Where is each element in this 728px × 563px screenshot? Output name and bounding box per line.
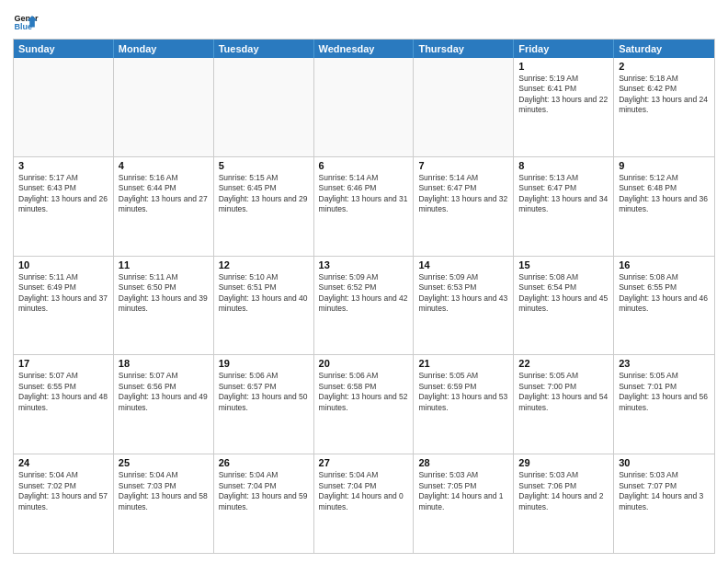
day-info: Sunrise: 5:08 AMSunset: 6:54 PMDaylight:… <box>518 272 609 315</box>
day-info: Sunrise: 5:17 AMSunset: 6:43 PMDaylight:… <box>18 173 108 215</box>
day-info: Sunrise: 5:18 AMSunset: 6:42 PMDaylight:… <box>619 74 710 116</box>
calendar-cell: 6Sunrise: 5:14 AMSunset: 6:46 PMDaylight… <box>314 157 415 256</box>
day-number: 28 <box>418 457 508 468</box>
day-info: Sunrise: 5:16 AMSunset: 6:44 PMDaylight:… <box>119 173 209 215</box>
calendar-cell: 26Sunrise: 5:04 AMSunset: 7:04 PMDayligh… <box>214 454 314 553</box>
day-info: Sunrise: 5:03 AMSunset: 7:07 PMDaylight:… <box>619 470 710 512</box>
weekday-header: Wednesday <box>314 40 415 58</box>
weekday-header: Tuesday <box>214 40 314 58</box>
logo: General Blue <box>13 9 39 35</box>
calendar-row: 10Sunrise: 5:11 AMSunset: 6:49 PMDayligh… <box>14 256 714 355</box>
day-info: Sunrise: 5:19 AMSunset: 6:41 PMDaylight:… <box>518 74 609 116</box>
calendar-cell: 9Sunrise: 5:12 AMSunset: 6:48 PMDaylight… <box>614 157 714 256</box>
day-number: 29 <box>518 457 609 468</box>
calendar-cell: 23Sunrise: 5:05 AMSunset: 7:01 PMDayligh… <box>614 355 714 454</box>
day-info: Sunrise: 5:08 AMSunset: 6:55 PMDaylight:… <box>619 272 710 315</box>
day-info: Sunrise: 5:12 AMSunset: 6:48 PMDaylight:… <box>619 173 710 215</box>
header: General Blue <box>13 9 715 35</box>
calendar-body: 1Sunrise: 5:19 AMSunset: 6:41 PMDaylight… <box>14 58 714 553</box>
svg-text:Blue: Blue <box>14 22 32 31</box>
day-info: Sunrise: 5:03 AMSunset: 7:05 PMDaylight:… <box>418 470 508 512</box>
day-number: 5 <box>219 160 309 171</box>
day-number: 21 <box>418 358 508 369</box>
day-number: 19 <box>219 358 309 369</box>
day-number: 16 <box>619 259 710 270</box>
day-info: Sunrise: 5:04 AMSunset: 7:02 PMDaylight:… <box>18 470 108 512</box>
calendar-cell: 19Sunrise: 5:06 AMSunset: 6:57 PMDayligh… <box>214 355 314 454</box>
day-info: Sunrise: 5:04 AMSunset: 7:04 PMDaylight:… <box>319 470 409 512</box>
calendar-row: 17Sunrise: 5:07 AMSunset: 6:55 PMDayligh… <box>14 354 714 454</box>
day-number: 6 <box>319 160 409 171</box>
calendar-cell: 18Sunrise: 5:07 AMSunset: 6:56 PMDayligh… <box>114 355 214 454</box>
day-info: Sunrise: 5:09 AMSunset: 6:52 PMDaylight:… <box>319 272 409 315</box>
calendar-cell: 8Sunrise: 5:13 AMSunset: 6:47 PMDaylight… <box>514 157 614 256</box>
day-info: Sunrise: 5:04 AMSunset: 7:04 PMDaylight:… <box>219 470 309 512</box>
calendar-cell <box>114 58 214 156</box>
weekday-header: Monday <box>114 40 214 58</box>
day-number: 27 <box>319 457 409 468</box>
calendar-row: 24Sunrise: 5:04 AMSunset: 7:02 PMDayligh… <box>14 454 714 553</box>
day-number: 1 <box>518 61 609 72</box>
calendar-cell: 4Sunrise: 5:16 AMSunset: 6:44 PMDaylight… <box>114 157 214 256</box>
day-number: 10 <box>18 259 108 270</box>
day-number: 18 <box>119 358 209 369</box>
day-number: 17 <box>18 358 108 369</box>
day-info: Sunrise: 5:11 AMSunset: 6:49 PMDaylight:… <box>18 272 108 315</box>
calendar-row: 1Sunrise: 5:19 AMSunset: 6:41 PMDaylight… <box>14 58 714 156</box>
calendar-cell: 16Sunrise: 5:08 AMSunset: 6:55 PMDayligh… <box>614 257 714 355</box>
calendar-cell: 12Sunrise: 5:10 AMSunset: 6:51 PMDayligh… <box>214 257 314 355</box>
day-number: 8 <box>518 160 609 171</box>
calendar-cell: 1Sunrise: 5:19 AMSunset: 6:41 PMDaylight… <box>514 58 614 156</box>
day-info: Sunrise: 5:06 AMSunset: 6:57 PMDaylight:… <box>219 371 309 413</box>
day-number: 30 <box>619 457 710 468</box>
calendar-cell: 22Sunrise: 5:05 AMSunset: 7:00 PMDayligh… <box>514 355 614 454</box>
weekday-header: Friday <box>514 40 614 58</box>
day-info: Sunrise: 5:15 AMSunset: 6:45 PMDaylight:… <box>219 173 309 215</box>
day-number: 12 <box>219 259 309 270</box>
weekday-header: Sunday <box>14 40 114 58</box>
page: General Blue SundayMondayTuesdayWednesda… <box>0 0 728 563</box>
weekday-header: Saturday <box>614 40 714 58</box>
calendar-cell: 7Sunrise: 5:14 AMSunset: 6:47 PMDaylight… <box>414 157 514 256</box>
calendar-cell: 17Sunrise: 5:07 AMSunset: 6:55 PMDayligh… <box>14 355 114 454</box>
calendar-cell: 24Sunrise: 5:04 AMSunset: 7:02 PMDayligh… <box>14 454 114 553</box>
calendar-cell: 10Sunrise: 5:11 AMSunset: 6:49 PMDayligh… <box>14 257 114 355</box>
calendar-cell: 2Sunrise: 5:18 AMSunset: 6:42 PMDaylight… <box>614 58 714 156</box>
calendar-cell: 3Sunrise: 5:17 AMSunset: 6:43 PMDaylight… <box>14 157 114 256</box>
calendar-cell: 11Sunrise: 5:11 AMSunset: 6:50 PMDayligh… <box>114 257 214 355</box>
calendar-cell <box>314 58 415 156</box>
calendar-cell: 29Sunrise: 5:03 AMSunset: 7:06 PMDayligh… <box>514 454 614 553</box>
day-info: Sunrise: 5:05 AMSunset: 7:00 PMDaylight:… <box>518 371 609 413</box>
calendar-cell: 5Sunrise: 5:15 AMSunset: 6:45 PMDaylight… <box>214 157 314 256</box>
calendar-cell: 20Sunrise: 5:06 AMSunset: 6:58 PMDayligh… <box>314 355 415 454</box>
weekday-header: Thursday <box>414 40 514 58</box>
day-info: Sunrise: 5:04 AMSunset: 7:03 PMDaylight:… <box>119 470 209 512</box>
day-number: 14 <box>418 259 508 270</box>
day-number: 26 <box>219 457 309 468</box>
day-info: Sunrise: 5:07 AMSunset: 6:55 PMDaylight:… <box>18 371 108 413</box>
calendar-cell: 13Sunrise: 5:09 AMSunset: 6:52 PMDayligh… <box>314 257 415 355</box>
calendar-cell <box>214 58 314 156</box>
day-number: 15 <box>518 259 609 270</box>
calendar-cell: 30Sunrise: 5:03 AMSunset: 7:07 PMDayligh… <box>614 454 714 553</box>
day-number: 4 <box>119 160 209 171</box>
calendar-cell: 21Sunrise: 5:05 AMSunset: 6:59 PMDayligh… <box>414 355 514 454</box>
day-number: 13 <box>319 259 409 270</box>
day-number: 2 <box>619 61 710 72</box>
day-info: Sunrise: 5:14 AMSunset: 6:46 PMDaylight:… <box>319 173 409 215</box>
calendar-cell <box>14 58 114 156</box>
day-info: Sunrise: 5:05 AMSunset: 6:59 PMDaylight:… <box>418 371 508 413</box>
day-info: Sunrise: 5:13 AMSunset: 6:47 PMDaylight:… <box>518 173 609 215</box>
day-info: Sunrise: 5:11 AMSunset: 6:50 PMDaylight:… <box>119 272 209 315</box>
calendar: SundayMondayTuesdayWednesdayThursdayFrid… <box>13 39 715 554</box>
day-info: Sunrise: 5:10 AMSunset: 6:51 PMDaylight:… <box>219 272 309 315</box>
calendar-cell: 25Sunrise: 5:04 AMSunset: 7:03 PMDayligh… <box>114 454 214 553</box>
day-info: Sunrise: 5:07 AMSunset: 6:56 PMDaylight:… <box>119 371 209 413</box>
calendar-cell <box>414 58 514 156</box>
day-number: 3 <box>18 160 108 171</box>
calendar-cell: 15Sunrise: 5:08 AMSunset: 6:54 PMDayligh… <box>514 257 614 355</box>
calendar-cell: 28Sunrise: 5:03 AMSunset: 7:05 PMDayligh… <box>414 454 514 553</box>
day-number: 23 <box>619 358 710 369</box>
day-number: 7 <box>418 160 508 171</box>
day-number: 25 <box>119 457 209 468</box>
